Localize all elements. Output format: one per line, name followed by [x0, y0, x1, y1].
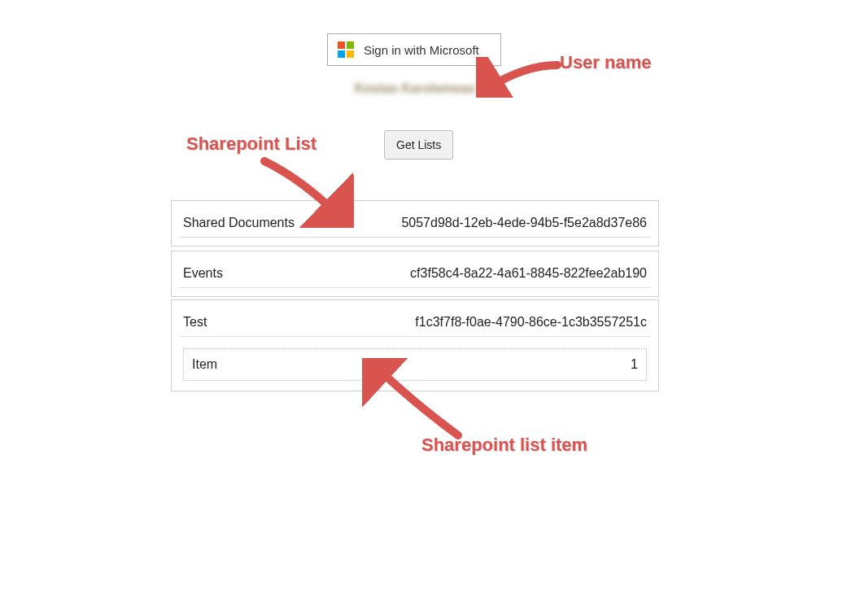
get-lists-button[interactable]: Get Lists — [384, 130, 453, 159]
list-name: Events — [183, 266, 223, 281]
signin-microsoft-button[interactable]: Sign in with Microsoft — [327, 33, 501, 66]
annotation-sharepoint-list: Sharepoint List — [186, 133, 317, 155]
list-name: Shared Documents — [183, 216, 295, 230]
annotation-sharepoint-list-item: Sharepoint list item — [421, 435, 587, 456]
sharepoint-list-card[interactable]: Test f1c3f7f8-f0ae-4790-86ce-1c3b3557251… — [171, 299, 659, 391]
list-id: f1c3f7f8-f0ae-4790-86ce-1c3b3557251c — [415, 315, 647, 330]
list-row: Test f1c3f7f8-f0ae-4790-86ce-1c3b3557251… — [180, 308, 650, 337]
list-item-value: 1 — [631, 357, 638, 372]
list-row: Shared Documents 5057d98d-12eb-4ede-94b5… — [180, 209, 650, 238]
sharepoint-list-card[interactable]: Shared Documents 5057d98d-12eb-4ede-94b5… — [171, 200, 659, 247]
sharepoint-list-item[interactable]: Item 1 — [183, 348, 647, 381]
annotation-user-name: User name — [560, 52, 652, 73]
list-id: cf3f58c4-8a22-4a61-8845-822fee2ab190 — [410, 266, 647, 281]
list-row: Events cf3f58c4-8a22-4a61-8845-822fee2ab… — [180, 260, 650, 288]
sharepoint-list-card[interactable]: Events cf3f58c4-8a22-4a61-8845-822fee2ab… — [171, 251, 659, 297]
user-name: Kostas Karolemeas — [325, 81, 504, 96]
list-name: Test — [183, 315, 207, 330]
signin-label: Sign in with Microsoft — [364, 43, 479, 57]
microsoft-logo-icon — [338, 42, 354, 58]
list-item-label: Item — [192, 357, 217, 372]
list-id: 5057d98d-12eb-4ede-94b5-f5e2a8d37e86 — [401, 216, 647, 230]
